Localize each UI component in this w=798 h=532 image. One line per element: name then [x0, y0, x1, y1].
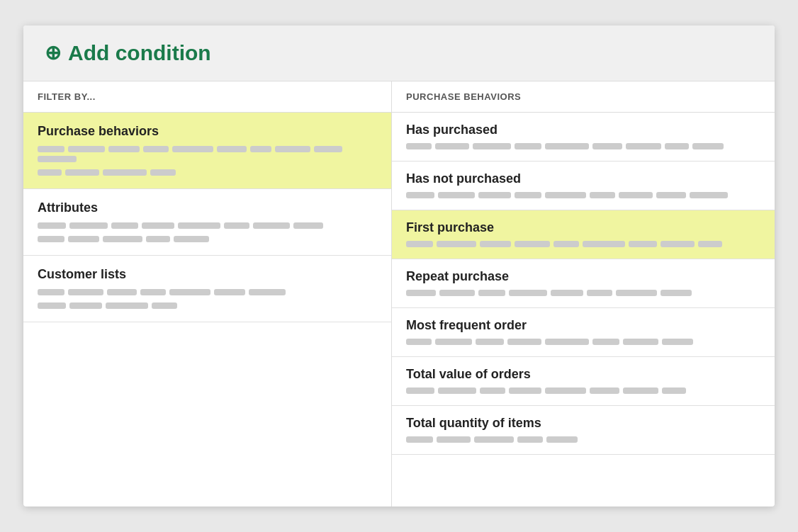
skeleton	[250, 146, 271, 152]
behavior-title: Total quantity of items	[406, 416, 760, 431]
skeleton	[515, 143, 541, 149]
skeleton	[515, 241, 550, 247]
behavior-skeleton	[406, 241, 760, 247]
skeleton	[140, 289, 166, 295]
skeleton	[517, 436, 543, 443]
skeleton	[314, 146, 342, 152]
skeleton	[629, 241, 657, 247]
skeleton	[293, 222, 323, 229]
filter-item-purchase-behaviors[interactable]: Purchase behaviors	[23, 113, 391, 189]
skeleton	[38, 169, 62, 176]
skeleton	[406, 290, 436, 296]
behavior-skeleton	[406, 387, 760, 394]
behavior-title: Has not purchased	[406, 171, 760, 186]
skeleton	[509, 290, 547, 296]
skeleton	[406, 339, 432, 345]
skeleton	[38, 236, 64, 242]
modal-title: Add condition	[68, 41, 211, 65]
skeleton	[438, 192, 475, 198]
filter-item-skeleton	[38, 289, 377, 309]
skeleton	[214, 289, 245, 295]
skeleton	[437, 436, 471, 443]
skeleton	[592, 339, 619, 345]
behavior-item-has-purchased[interactable]: Has purchased	[392, 113, 775, 162]
skeleton	[38, 222, 66, 229]
skeleton	[480, 241, 511, 247]
add-circle-icon: ⊕	[45, 43, 61, 63]
skeleton	[583, 241, 625, 247]
skeleton	[590, 192, 615, 198]
skeleton	[545, 192, 586, 198]
skeleton	[551, 290, 583, 296]
behavior-item-total-value-of-orders[interactable]: Total value of orders	[392, 357, 775, 406]
skeleton	[437, 241, 476, 247]
skeleton	[68, 146, 105, 152]
skeleton	[435, 143, 469, 149]
behavior-item-has-not-purchased[interactable]: Has not purchased	[392, 162, 775, 210]
filter-item-skeleton	[38, 146, 377, 176]
skeleton	[692, 143, 724, 149]
skeleton	[623, 387, 658, 394]
skeleton	[146, 236, 170, 242]
skeleton	[217, 146, 247, 152]
skeleton	[103, 236, 142, 242]
skeleton	[406, 192, 434, 198]
skeleton	[69, 222, 108, 229]
skeleton	[38, 302, 66, 309]
skeleton	[38, 146, 64, 152]
skeleton	[38, 289, 64, 295]
skeleton	[656, 192, 686, 198]
skeleton	[111, 222, 138, 229]
skeleton	[590, 387, 619, 394]
filter-item-attributes[interactable]: Attributes	[23, 189, 391, 256]
skeleton	[174, 236, 209, 242]
skeleton	[553, 241, 579, 247]
skeleton	[662, 339, 693, 345]
filter-item-title: Customer lists	[38, 267, 377, 282]
skeleton	[169, 289, 210, 295]
skeleton	[68, 236, 99, 242]
skeleton	[406, 143, 432, 149]
skeleton	[545, 339, 589, 345]
modal-header: ⊕ Add condition	[23, 26, 775, 81]
skeleton	[439, 290, 475, 296]
behavior-item-repeat-purchase[interactable]: Repeat purchase	[392, 259, 775, 308]
skeleton	[152, 302, 177, 309]
filter-item-skeleton	[38, 222, 377, 242]
skeleton	[698, 241, 722, 247]
behavior-item-most-frequent-order[interactable]: Most frequent order	[392, 308, 775, 357]
skeleton	[172, 146, 213, 152]
skeleton	[587, 290, 612, 296]
skeleton	[480, 387, 505, 394]
modal-body: FILTER BY... Purchase behaviors	[23, 81, 775, 506]
skeleton	[661, 290, 692, 296]
filter-by-panel: FILTER BY... Purchase behaviors	[23, 81, 392, 506]
skeleton	[69, 302, 102, 309]
behavior-title: Total value of orders	[406, 367, 760, 382]
filter-item-customer-lists[interactable]: Customer lists	[23, 256, 391, 322]
behavior-item-total-quantity-of-items[interactable]: Total quantity of items	[392, 406, 775, 455]
skeleton	[690, 192, 728, 198]
skeleton	[106, 302, 148, 309]
behavior-skeleton	[406, 339, 760, 345]
behavior-title: Repeat purchase	[406, 269, 760, 284]
skeleton	[406, 387, 434, 394]
skeleton	[545, 387, 586, 394]
skeleton	[474, 436, 514, 443]
behavior-item-first-purchase[interactable]: First purchase	[392, 210, 775, 259]
skeleton	[438, 387, 476, 394]
skeleton	[619, 192, 653, 198]
filter-by-header: FILTER BY...	[23, 81, 391, 113]
behavior-skeleton	[406, 436, 760, 443]
behavior-title: Has purchased	[406, 123, 760, 137]
skeleton	[626, 143, 661, 149]
skeleton	[253, 222, 290, 229]
skeleton	[592, 143, 622, 149]
filter-item-title: Purchase behaviors	[38, 124, 377, 139]
purchase-behaviors-header: PURCHASE BEHAVIORS	[392, 81, 775, 113]
skeleton	[509, 387, 541, 394]
skeleton	[662, 387, 686, 394]
skeleton	[65, 169, 99, 176]
skeleton	[103, 169, 147, 176]
skeleton	[473, 143, 511, 149]
